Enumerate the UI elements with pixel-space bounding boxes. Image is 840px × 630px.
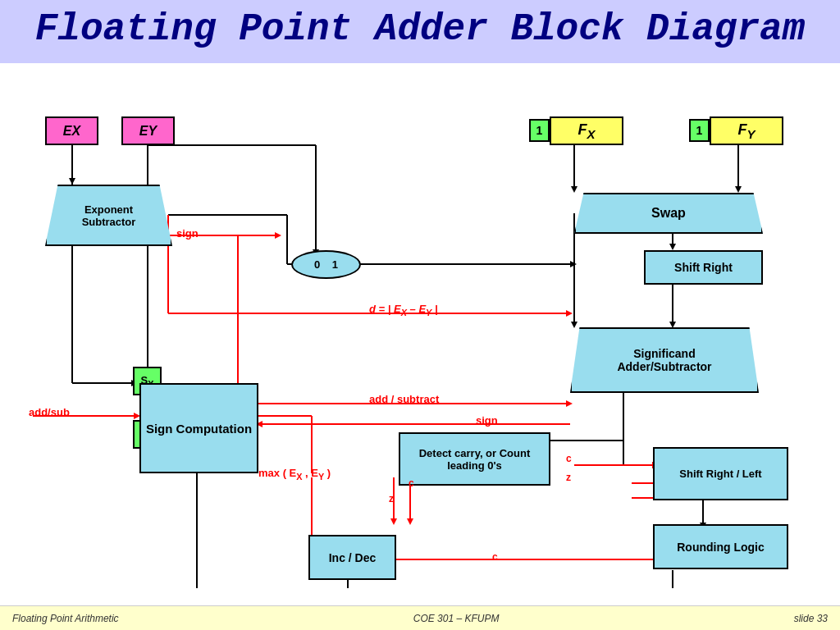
shift-right-box: Shift Right xyxy=(644,250,763,285)
fx-box: FX xyxy=(550,116,623,145)
slide: Floating Point Adder Block Diagram xyxy=(0,0,840,630)
add-subtract-label: add / subtract xyxy=(369,393,439,405)
svg-marker-7 xyxy=(570,261,577,267)
ex-box: EX xyxy=(45,116,98,145)
title-area: Floating Point Adder Block Diagram xyxy=(0,0,840,63)
sign-label-2: sign xyxy=(476,414,498,427)
svg-marker-42 xyxy=(275,232,281,239)
fy-box: FY xyxy=(710,116,783,145)
svg-marker-12 xyxy=(571,186,578,193)
svg-marker-16 xyxy=(669,244,676,250)
z-label-right: z xyxy=(566,472,571,483)
significand-box: SignificandAdder/Subtractor xyxy=(570,327,759,393)
svg-marker-1 xyxy=(69,178,75,185)
d-formula-label: d = | EX – EY | xyxy=(369,303,438,317)
c-label-right: c xyxy=(566,453,572,464)
max-formula-label: max ( EX , EY ) xyxy=(258,467,331,482)
svg-marker-48 xyxy=(566,310,573,317)
footer: Floating Point Arithmetic COE 301 – KFUP… xyxy=(0,605,840,630)
add-sub-label: add/sub xyxy=(29,406,70,418)
swap-box: Swap xyxy=(574,193,763,234)
exponent-subtractor-box: ExponentSubtractor xyxy=(45,185,172,246)
one-badge-2: 1 xyxy=(689,119,710,142)
slide-title: Floating Point Adder Block Diagram xyxy=(35,8,806,51)
footer-center: COE 301 – KFUPM xyxy=(413,613,500,624)
rounding-logic-box: Rounding Logic xyxy=(653,524,788,569)
svg-marker-20 xyxy=(669,322,676,328)
svg-marker-52 xyxy=(566,400,573,407)
shift-right-left-box: Shift Right / Left xyxy=(653,447,788,500)
footer-right: slide 33 xyxy=(794,613,828,624)
svg-marker-14 xyxy=(735,186,742,193)
one-badge-1: 1 xyxy=(529,119,550,142)
c-label-bottom: c xyxy=(492,551,498,563)
detect-carry-box: Detect carry, or Count leading 0's xyxy=(399,432,550,486)
mux-box: 0 1 xyxy=(291,250,361,279)
ey-box: EY xyxy=(121,116,175,145)
sign-computation-box: Sign Computation xyxy=(139,383,258,473)
z-label-top: z xyxy=(389,493,394,504)
svg-marker-60 xyxy=(407,518,413,525)
diagram-area: EX EY ExponentSubtractor 0 1 1 FX 1 FY xyxy=(0,63,840,588)
svg-marker-62 xyxy=(390,518,397,525)
c-label-top: c xyxy=(409,477,414,489)
exponent-subtractor-label: ExponentSubtractor xyxy=(82,203,136,228)
inc-dec-box: Inc / Dec xyxy=(308,535,396,580)
svg-marker-18 xyxy=(571,322,578,328)
footer-left: Floating Point Arithmetic xyxy=(12,613,119,624)
sign-label-1: sign xyxy=(176,227,199,240)
